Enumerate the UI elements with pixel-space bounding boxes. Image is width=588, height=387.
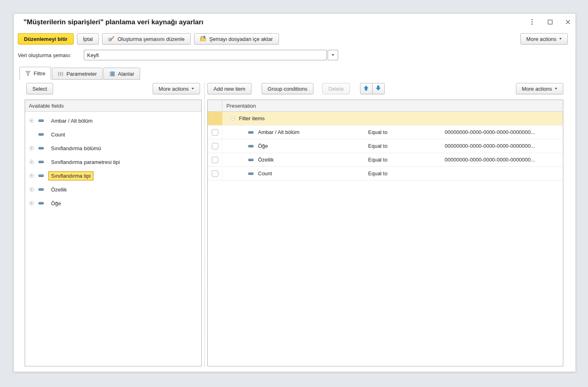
schema-combobox[interactable]: Keyfi: [84, 50, 327, 60]
expand-icon[interactable]: [29, 201, 34, 206]
tab-alanlar[interactable]: Alanlar: [103, 68, 140, 80]
expand-icon[interactable]: [29, 187, 34, 192]
expand-icon[interactable]: [29, 159, 34, 164]
tab-label: Parametreler: [66, 71, 97, 77]
group-row-marker-cell: [208, 112, 222, 125]
tree-item-label: Özellik: [48, 185, 70, 194]
filter-row[interactable]: ÖzellikEqual to00000000-0000-0000-0000-0…: [208, 153, 563, 167]
arrow-down-icon: [376, 85, 381, 92]
tree-item[interactable]: Count: [25, 128, 201, 141]
more-actions-button-right-panel[interactable]: More actions: [516, 83, 563, 94]
more-actions-button-left-panel[interactable]: More actions: [153, 83, 200, 94]
tree-item[interactable]: Sınıflandırma parametresi tipi: [25, 155, 201, 169]
attribute-icon: [38, 119, 44, 122]
schema-label: Veri oluşturma şeması:: [18, 52, 81, 58]
presentation-column-header: Presentation: [222, 100, 563, 111]
right-panel-toolbar: Add new item Group conditions Delete Mor…: [207, 83, 563, 94]
filter-field-name: Count: [258, 170, 272, 176]
tab-label: Alanlar: [118, 71, 134, 77]
select-button[interactable]: Select: [26, 83, 53, 94]
tree-item[interactable]: Sınıflandırma tipi: [25, 169, 201, 183]
page-title: "Müşterilerin siparişleri" planlama veri…: [23, 18, 203, 26]
delete-button[interactable]: Delete: [322, 83, 350, 94]
add-new-item-button[interactable]: Add new item: [207, 83, 251, 94]
tree-item-label: Ambar / Alt bölüm: [48, 116, 96, 125]
group-conditions-button[interactable]: Group conditions: [262, 83, 313, 94]
more-actions-label: More actions: [159, 86, 189, 92]
kebab-menu-icon[interactable]: [528, 17, 537, 26]
left-panel-toolbar: Select More actions: [25, 83, 200, 94]
tab-filtre[interactable]: Filtre: [19, 67, 51, 80]
more-actions-button-top[interactable]: More actions: [520, 33, 568, 45]
attribute-icon: [248, 145, 254, 147]
tree-item[interactable]: Özellik: [25, 183, 201, 196]
row-checkbox[interactable]: [212, 157, 218, 163]
tree-item-label: Count: [48, 130, 68, 139]
tree-item[interactable]: Ambar / Alt bölüm: [25, 114, 201, 128]
row-checkbox[interactable]: [212, 170, 218, 177]
filter-condition: Equal to: [368, 167, 445, 180]
window-controls: [519, 17, 572, 26]
tree-item-label: Sınıflandırma tipi: [48, 171, 94, 181]
chevron-down-icon: [192, 88, 194, 89]
tab-bar: FiltreParametrelerAlanlar: [19, 67, 141, 80]
tree-item[interactable]: Sınıflandırma bölümü: [25, 141, 201, 155]
filter-group-row[interactable]: Filter items: [208, 112, 563, 125]
schema-dropdown-button[interactable]: [328, 50, 338, 60]
import-schema-button[interactable]: Şemayı dosyadan içe aktar: [194, 33, 279, 45]
filter-table-header: Presentation: [208, 100, 563, 112]
row-check-cell: [208, 153, 222, 166]
edit-schema-label: Oluşturma şemasını düzenle: [117, 36, 184, 42]
available-fields-panel: Available fields Ambar / Alt bölümCountS…: [25, 100, 202, 366]
attribute-icon: [248, 172, 254, 175]
attribute-icon: [38, 147, 44, 149]
expand-icon[interactable]: [29, 118, 34, 123]
data-source-settings-dialog: "Müşterilerin siparişleri" planlama veri…: [13, 13, 576, 372]
collapse-icon[interactable]: [230, 116, 235, 121]
tree-item[interactable]: Öğe: [25, 196, 201, 210]
filter-table-body: Ambar / Alt bölümEqual to00000000-0000-0…: [208, 125, 563, 181]
filter-field-name: Özellik: [258, 157, 274, 163]
magic-wand-icon: [108, 35, 115, 43]
attribute-icon: [38, 133, 44, 136]
row-check-cell: [208, 139, 222, 153]
row-checkbox[interactable]: [212, 143, 218, 149]
parameters-icon: [58, 71, 64, 77]
move-up-button[interactable]: [360, 83, 373, 94]
finish-editing-button[interactable]: Düzenlemeyi bitir: [18, 33, 74, 45]
expander-placeholder: [29, 132, 34, 137]
filter-condition: Equal to: [368, 125, 445, 139]
maximize-icon[interactable]: [545, 17, 554, 26]
cancel-button[interactable]: İptal: [77, 33, 99, 45]
move-down-button[interactable]: [372, 83, 385, 94]
filter-field-name: Öğe: [258, 143, 268, 149]
fields-icon: [109, 71, 115, 77]
edit-schema-button[interactable]: Oluşturma şemasını düzenle: [102, 33, 190, 45]
filter-row[interactable]: Ambar / Alt bölümEqual to00000000-0000-0…: [208, 125, 563, 139]
chevron-down-icon: [332, 54, 334, 56]
filter-row[interactable]: ÖğeEqual to00000000-0000-0000-0000-00000…: [208, 139, 563, 153]
tree-item-label: Öğe: [48, 199, 64, 208]
tree-item-label: Sınıflandırma bölümü: [48, 144, 104, 153]
filter-items-panel: Presentation Filter items Ambar / Alt bö…: [207, 100, 563, 366]
expand-icon[interactable]: [29, 173, 34, 178]
filter-value: 00000000-0000-0000-0000-0000000...: [445, 125, 563, 139]
filter-row[interactable]: CountEqual to: [208, 167, 563, 181]
funnel-icon: [25, 71, 31, 76]
tab-parametreler[interactable]: Parametreler: [52, 68, 102, 80]
panel-splitter[interactable]: [204, 83, 205, 366]
attribute-icon: [38, 161, 44, 163]
expand-icon[interactable]: [29, 146, 34, 151]
arrow-up-icon: [364, 85, 369, 92]
close-icon[interactable]: [563, 17, 572, 26]
attribute-icon: [38, 174, 44, 177]
command-bar: Düzenlemeyi bitir İptal Oluşturma şeması…: [18, 33, 568, 45]
attribute-icon: [38, 202, 44, 204]
row-check-cell: [208, 167, 222, 180]
row-checkbox[interactable]: [212, 129, 218, 136]
filter-field-name: Ambar / Alt bölüm: [258, 129, 300, 135]
filter-condition: Equal to: [368, 139, 445, 153]
attribute-icon: [248, 131, 254, 134]
filter-value: 00000000-0000-0000-0000-0000000...: [445, 139, 563, 153]
more-actions-label: More actions: [526, 36, 556, 42]
